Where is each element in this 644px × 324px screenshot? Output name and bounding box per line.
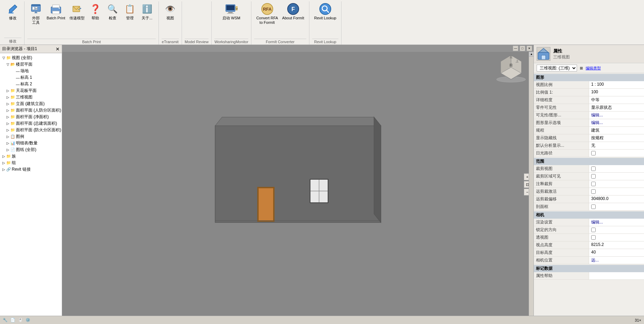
prop-value-visibility-graphics[interactable]: 编辑... [589,112,644,119]
toggle-area-fire[interactable]: ▷ [6,128,10,132]
section-box-checkbox[interactable] [591,204,596,209]
batch-print-button[interactable]: Batch Print [45,1,67,22]
prop-value-far-clip-active[interactable] [589,188,644,195]
prop-section-underlay: 标记数据 [534,265,644,272]
toggle-area-civil[interactable]: ▷ [6,108,10,112]
tree-item-ceiling[interactable]: ▷ 📁 天花板平面 [0,87,62,94]
prop-value-sun-path[interactable] [589,150,644,157]
scroll-track [529,57,534,319]
far-clip-active-checkbox[interactable] [591,189,596,194]
prop-value-crop-view[interactable] [589,165,644,172]
manage-button[interactable]: 📋 管理 [121,1,138,22]
prop-label-parts-visibility: 零件可见性 [534,104,589,111]
annotation-crop-checkbox[interactable] [591,182,596,186]
tree-item-elevation[interactable]: ▷ 📁 立面 (建筑立面) [0,101,62,107]
toggle-legend[interactable]: ▷ [6,135,10,139]
prop-view-select[interactable]: 三维视图: (三维) [537,65,577,72]
floor-plan-icon: 📂 [10,62,15,67]
tree-item-groups[interactable]: ▷ 📁 组 [0,160,62,166]
modify-button[interactable]: 修改 [4,1,21,22]
crop-visible-checkbox[interactable] [591,174,596,179]
prop-row-sun-path: 日光路径 [534,150,644,157]
tree-item-area-total[interactable]: ▷ 📁 面积平面 (总建筑面积) [0,120,62,127]
nav-cube-svg: 前 左 上 [492,48,530,86]
nav-cube[interactable]: 前 左 上 [492,48,530,86]
ribbon-group-modify: 修改 修改 [1,1,25,45]
toggle-revit-links[interactable]: ▷ [1,168,6,171]
convert-rfa-button[interactable]: RFA Convert RFAto FormIt [254,1,280,26]
sun-path-checkbox[interactable] [591,151,596,155]
browser-close-button[interactable]: ✕ [56,46,60,52]
toggle-schedules[interactable]: ▷ [6,141,10,145]
tree-item-views-all[interactable]: ▽ 📁 视图 (全部) [0,55,62,61]
tree-item-site[interactable]: — 场地 [0,68,62,74]
edit-type-link[interactable]: 编辑类型 [586,66,601,71]
toggle-views-all[interactable]: ▽ [1,56,6,60]
prop-value-target-elevation: 40 [589,249,644,256]
tree-item-area-civil[interactable]: ▷ 📁 面积平面 (人防分区面积) [0,107,62,114]
toggle-groups[interactable]: ▷ [1,161,6,165]
tree-item-families[interactable]: ▷ 📁 族 [0,153,62,160]
crop-view-checkbox[interactable] [591,166,596,171]
toggle-area-total[interactable]: ▷ [6,122,10,125]
prop-value-graphics-display[interactable]: 编辑... [589,119,644,126]
svg-text:F: F [291,6,295,12]
tree-item-3d[interactable]: ▷ 📁 三维视图 [0,94,62,101]
edit-type-button[interactable]: ⊞ [580,66,583,70]
tree-item-area-net[interactable]: ▷ 📁 面积平面 (净面积) [0,114,62,120]
tree-item-sheets[interactable]: ▷ 📄 图纸 (全部) [0,146,62,153]
help-icon: ❓ [89,3,102,15]
wsm-button[interactable]: W 启动 WSM [220,1,242,22]
etransmit-label: 传递模型 [69,16,85,20]
external-tools-button[interactable]: 外部工具 [27,1,45,26]
prop-header-title: 属性 三维视图 [553,48,570,60]
tree-item-elev2[interactable]: — 标高 2 [0,81,62,87]
prop-label-crop-visible: 裁剪区域可见 [534,173,589,180]
manage-icon: 📋 [124,3,136,15]
prop-value-camera-position[interactable]: 远... [589,257,644,264]
scroll-up-arrow[interactable]: ▲ [529,52,534,57]
inspect-button[interactable]: 🔍 检查 [104,1,121,22]
toggle-sheets[interactable]: ▷ [6,148,10,152]
tree-item-area-fire[interactable]: ▷ 📁 面积平面 (防火分区面积) [0,127,62,133]
toggle-ceiling[interactable]: ▷ [6,89,10,93]
svg-marker-38 [374,117,381,222]
about-button[interactable]: ℹ️ 关于... [138,1,156,22]
lock-orientation-checkbox[interactable] [591,228,596,232]
revit-lookup-button[interactable]: Revit Lookup [312,1,338,22]
ribbon-group-modify-label: 修改 [4,38,21,45]
prop-value-perspective[interactable] [589,234,644,241]
elev2-icon: — [16,82,20,86]
prop-row-lock-orientation: 锁定的方向 [534,226,644,234]
tree-item-floor-plan[interactable]: ▽ 📂 楼层平面 [0,61,62,68]
prop-value-lock-orientation[interactable] [589,226,644,234]
about-formit-button[interactable]: F About FormIt [280,1,306,22]
prop-label-camera-position: 相机位置 [534,257,589,264]
view-button[interactable]: 👁️ 视图 [162,1,179,22]
toggle-families[interactable]: ▷ [1,154,6,158]
prop-value-crop-visible[interactable] [589,173,644,180]
perspective-checkbox[interactable] [591,235,596,240]
tree-item-revit-links[interactable]: ▷ 🔗 Revit 链接 [0,166,62,173]
status-text-2: 🖱️ [18,318,23,322]
tree-item-legend[interactable]: ▷ 📋 图例 [0,133,62,140]
tree-item-elev1[interactable]: — 标高 1 [0,74,62,81]
help-button[interactable]: ❓ 帮助 [87,1,104,22]
toggle-3d[interactable]: ▷ [6,95,10,99]
elevation-label: 立面 (建筑立面) [16,101,45,107]
toggle-area-net[interactable]: ▷ [6,115,10,119]
ribbon-group-revit-lookup-label: Revit Lookup [312,39,338,45]
viewport-scrollbar[interactable]: ▲ ▼ [529,52,534,324]
toggle-floor-plan[interactable]: ▽ [6,63,10,66]
prop-value-annotation-crop[interactable] [589,180,644,188]
prop-row-visibility-graphics: 可见性/图形... 编辑... [534,112,644,119]
prop-label-sun-path: 日光路径 [534,150,589,157]
prop-value-render-settings[interactable]: 编辑... [589,219,644,226]
prop-value-section-box[interactable] [589,203,644,210]
toggle-elevation[interactable]: ▷ [6,102,10,106]
prop-row-graphics-display: 图形显示选项 编辑... [534,119,644,127]
etransmit-button[interactable]: 传递模型 [67,1,87,22]
prop-section-scope: 范围 [534,158,644,165]
viewport[interactable]: — □ ✕ 前 左 上 [62,45,534,324]
tree-item-schedules[interactable]: ▷ 📊 明细表/数量 [0,140,62,146]
